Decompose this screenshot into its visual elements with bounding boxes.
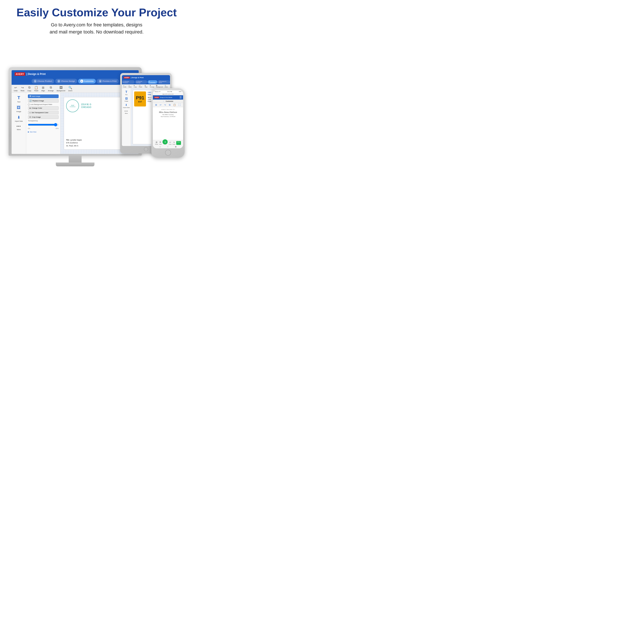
tablet-sidebar-image[interactable]: 🖼 Image — [124, 96, 129, 102]
phone-screen: Verizon ▼ 5:01 PM 54% app.print.avery.co… — [153, 90, 183, 148]
phone-recipient: Miss Anna Edelson — [155, 111, 181, 113]
step-choose-design[interactable]: 2 Choose Design — [55, 79, 77, 84]
crop-image-button[interactable]: ⊡ Crop Image — [28, 115, 59, 119]
phone-content: KINDLY DELIVER TO Miss Anna Edelson 901 … — [153, 107, 183, 140]
phone-redo-bottom-btn[interactable]: ↪ Redo — [173, 141, 175, 145]
toolbar-copy[interactable]: ⧉ Copy — [27, 86, 31, 92]
monitor-screen: AVERY | Design & Print 1 Choose Product … — [12, 70, 139, 154]
tablet-header: AVERY | Design & Print — [122, 75, 170, 80]
phone-fit-btn[interactable]: ⊞ — [155, 104, 157, 106]
phone-menu-icon[interactable]: ☰ — [179, 96, 182, 99]
toolbar-paste[interactable]: 📋 Paste — [34, 86, 38, 92]
see-how-link[interactable]: ▶ See How — [28, 131, 59, 133]
avery-panel: 🖼 Add Image 🔄 Replace Image Lock Backgro… — [26, 93, 61, 154]
phone-print-btn[interactable]: Print — [176, 141, 181, 145]
sidebar-item-text[interactable]: T Text — [16, 94, 21, 104]
step-customize[interactable]: 3 Customize — [78, 79, 96, 84]
header-section: Easily Customize Your Project Go to Aver… — [9, 6, 185, 35]
phone-toolbar-row: ⊞ ↩ ↪ ⧉ 📋 ⛶ — [153, 103, 183, 107]
toolbar-align[interactable]: ⊞ Align — [41, 86, 45, 92]
phone-address: 901 Miller Crossing San Francisco, CA 94… — [155, 114, 181, 118]
tablet-step-1[interactable]: 1 Choose Product — [122, 80, 135, 84]
transparency-label: Transparency: — [28, 120, 59, 122]
phone-bottom-icons2: ◁ □ ▣ — [153, 145, 183, 148]
phone-logo-area: AVERY Design & Print Mobile — [154, 97, 172, 98]
tablet-sidebar-text[interactable]: T Text — [125, 90, 128, 96]
phone-customize-bar: ← Customize — [153, 100, 183, 103]
subtitle: Go to Avery.com for free templates, desi… — [9, 21, 185, 35]
tablet-toolbar: ↩ Undo ↪ Redo ⧉ Copy 📋 Paste ⊞ Align ⧉ A… — [122, 84, 170, 88]
phone-home-button[interactable] — [165, 150, 171, 156]
toolbar-undo[interactable]: ↩ Undo — [14, 86, 18, 92]
monitor-stand-base — [56, 163, 94, 166]
phone-full-btn[interactable]: ⛶ — [179, 104, 181, 106]
tablet-label-orange: P91 EST — [134, 91, 146, 106]
monitor-stand-neck — [69, 156, 82, 163]
phone-kindly-label: KINDLY DELIVER TO — [155, 109, 181, 110]
tablet-steps: 1 Choose Product 2 Choose Design 3 Custo… — [122, 80, 170, 84]
avery-logo: AVERY — [15, 72, 25, 76]
toolbar-arrange[interactable]: ⧉ Arrange — [48, 86, 54, 92]
avery-steps: 1 Choose Product 2 Choose Design 3 Custo… — [12, 78, 139, 85]
phone-logo: AVERY — [154, 97, 159, 98]
avery-main: T Text 🖼 Image ⬇ Import Data — [12, 93, 139, 154]
tablet-sidebar: T Text 🖼 Image ⬇ Import Data — [122, 88, 131, 146]
phone-ui: Verizon ▼ 5:01 PM 54% app.print.avery.co… — [153, 90, 183, 148]
phone-redo-btn[interactable]: ↪ — [164, 104, 166, 106]
phone-bottom-bar: ⊞ Sheet 👁 View + ↩ — [153, 140, 183, 148]
phone-bottom-icons: ⊞ Sheet 👁 View + ↩ — [153, 141, 183, 145]
transparency-values: 0% 95% — [28, 128, 59, 129]
phone-avery-header: AVERY Design & Print Mobile ☰ — [153, 95, 183, 100]
change-color-button[interactable]: ◈ Change Color — [28, 106, 59, 110]
lock-aspect-checkbox[interactable] — [28, 104, 30, 105]
devices-section: AVERY | Design & Print 1 Choose Product … — [9, 42, 185, 166]
lock-aspect-row: Lock Background Aspect Ratio — [28, 103, 59, 105]
tablet-step-3[interactable]: 3 Customize — [148, 80, 157, 84]
iced-logo: iced creamery — [66, 99, 79, 112]
phone-sheet-btn[interactable]: ⊞ Sheet — [155, 141, 158, 145]
phone-nav-apps[interactable]: ▣ — [175, 146, 177, 148]
tablet-step-2[interactable]: 2 Choose Design — [135, 80, 147, 84]
tablet-sidebar-import[interactable]: ⬇ Import Data — [122, 103, 130, 109]
label-address-top: 2314 W. G CHICAGO — [81, 103, 91, 109]
avery-desktop-ui: AVERY | Design & Print 1 Choose Product … — [12, 70, 139, 154]
phone-view-btn[interactable]: 👁 View — [159, 141, 162, 145]
add-image-button[interactable]: 🖼 Add Image — [28, 94, 59, 98]
step-choose-product[interactable]: 1 Choose Product — [32, 79, 55, 84]
tablet-logo: AVERY — [124, 77, 130, 79]
phone-browser-bar[interactable]: app.print.avery.com — [153, 93, 183, 95]
replace-image-button[interactable]: 🔄 Replace Image — [28, 99, 59, 103]
phone-nav-home[interactable]: □ — [167, 146, 168, 148]
sidebar-item-image[interactable]: 🖼 Image — [15, 105, 22, 113]
tablet-header-title: | Design & Print — [131, 77, 144, 79]
phone-undo-btn[interactable]: ↩ — [160, 104, 161, 106]
avery-sidebar: T Text 🖼 Image ⬇ Import Data — [12, 93, 26, 154]
sidebar-item-import[interactable]: ⬇ Import Data — [14, 114, 24, 123]
tablet-home-button[interactable] — [144, 147, 148, 151]
toolbar-redo[interactable]: ↪ Redo — [21, 86, 24, 92]
tablet-sidebar-more[interactable]: ••• More — [124, 109, 129, 115]
phone-paste-btn[interactable]: 📋 — [173, 104, 176, 106]
phone-status-bar: Verizon ▼ 5:01 PM 54% — [153, 90, 183, 93]
phone-header-title: Design & Print Mobile — [160, 97, 172, 98]
toolbar-zoom[interactable]: 🔍 Zoom — [68, 86, 72, 92]
transparency-slider[interactable] — [28, 123, 59, 126]
phone-add-btn[interactable]: + — [163, 139, 168, 144]
avery-header-title: | Design & Print — [26, 73, 46, 76]
page-title: Easily Customize Your Project — [9, 6, 185, 19]
avery-toolbar: ↩ Undo ↪ Redo ⧉ Copy 📋 — [12, 85, 139, 93]
phone: Verizon ▼ 5:01 PM 54% app.print.avery.co… — [151, 88, 185, 158]
phone-undo-bottom-btn[interactable]: ↩ Undo — [169, 141, 172, 145]
sidebar-item-more[interactable]: ••• More — [16, 124, 22, 131]
toolbar-background[interactable]: 🖼 Background — [57, 86, 65, 92]
phone-bezel: Verizon ▼ 5:01 PM 54% app.print.avery.co… — [151, 88, 185, 158]
set-transparent-button[interactable]: ◇ Set Transparent Color — [28, 111, 59, 114]
phone-copy-btn[interactable]: ⧉ — [169, 104, 170, 106]
avery-header: AVERY | Design & Print — [12, 70, 139, 78]
step-preview-print[interactable]: 4 Preview & Print — [97, 79, 119, 84]
tablet-step-4[interactable]: 4 Preview & Print — [158, 80, 170, 84]
phone-nav-back[interactable]: ◁ — [159, 146, 161, 148]
